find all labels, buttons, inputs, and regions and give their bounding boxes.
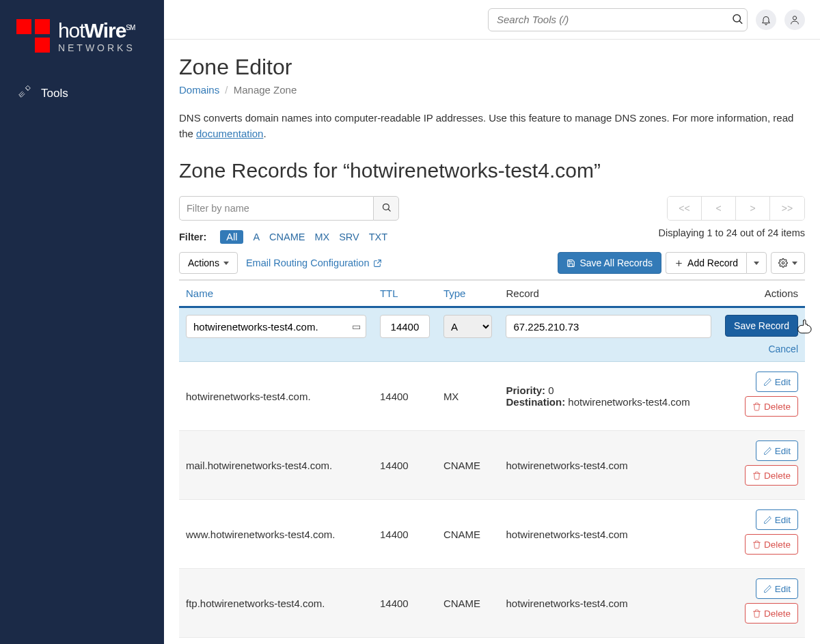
cell-type: CNAME xyxy=(437,500,500,569)
sidebar-item-label: Tools xyxy=(41,87,68,100)
cell-ttl: 14400 xyxy=(373,362,437,431)
external-link-icon xyxy=(373,259,382,268)
destination-label: Destination: xyxy=(506,396,565,408)
save-all-button[interactable]: Save All Records xyxy=(558,252,661,274)
breadcrumb-current: Manage Zone xyxy=(234,84,297,96)
save-record-button[interactable]: Save Record xyxy=(725,315,798,337)
notifications-button[interactable] xyxy=(756,10,776,30)
pager-next[interactable]: > xyxy=(736,197,770,220)
cell-record: Priority: 0 Destination: hotwirenetworks… xyxy=(499,362,718,431)
cursor-icon xyxy=(797,318,815,335)
brand-logo-mark xyxy=(16,19,50,53)
col-ttl[interactable]: TTL xyxy=(373,280,437,307)
table-row: hotwirenetworks-test4.com. 14400 TXT v=s… xyxy=(179,638,805,645)
add-record-button[interactable]: Add Record xyxy=(666,252,746,274)
filter-pill-a[interactable]: A xyxy=(253,232,260,242)
page-title: Zone Editor xyxy=(179,55,805,80)
cell-name: mail.hotwirenetworks-test4.com. xyxy=(179,431,373,500)
filter-pill-mx[interactable]: MX xyxy=(314,232,329,242)
section-title: Zone Records for “hotwirenetworks-test4.… xyxy=(179,159,805,182)
cell-record: hotwirenetworks-test4.com xyxy=(499,569,718,638)
email-routing-link[interactable]: Email Routing Configuration xyxy=(246,257,383,268)
cell-ttl: 14400 xyxy=(373,638,437,645)
delete-button[interactable]: Delete xyxy=(745,603,798,624)
col-type[interactable]: Type xyxy=(437,280,500,307)
bell-icon xyxy=(761,14,771,25)
edit-button[interactable]: Edit xyxy=(756,509,798,530)
account-button[interactable] xyxy=(784,10,805,30)
cell-record: v=spf1 +a +mx +ip4:72.52.144.81 +ip4:67.… xyxy=(499,638,718,645)
edit-button[interactable]: Edit xyxy=(756,440,798,461)
edit-record-input[interactable] xyxy=(506,315,711,338)
record-value: hotwirenetworks-test4.com xyxy=(506,460,627,471)
sidebar-item-tools[interactable]: Tools xyxy=(0,76,164,110)
records-table: Name TTL Type Record Actions ▭ xyxy=(179,279,805,644)
cancel-edit-link[interactable]: Cancel xyxy=(768,344,798,354)
search-icon xyxy=(381,202,392,212)
edit-button[interactable]: Edit xyxy=(756,578,798,599)
topbar xyxy=(164,0,820,40)
sidebar: hotWireSM NETWORKS Tools xyxy=(0,0,164,644)
cell-ttl: 14400 xyxy=(373,569,437,638)
search-button[interactable] xyxy=(731,12,743,27)
table-row: ftp.hotwirenetworks-test4.com. 14400 CNA… xyxy=(179,569,805,638)
edit-name-input[interactable] xyxy=(186,315,366,338)
trash-icon xyxy=(752,402,761,411)
gear-icon xyxy=(778,258,788,268)
breadcrumb-domains[interactable]: Domains xyxy=(179,84,219,96)
col-name[interactable]: Name xyxy=(179,280,373,307)
filter-submit-button[interactable] xyxy=(373,196,399,221)
svg-point-1 xyxy=(793,16,796,19)
col-record: Record xyxy=(499,280,718,307)
filter-input[interactable] xyxy=(179,196,373,221)
delete-button[interactable]: Delete xyxy=(745,534,798,555)
cell-type: CNAME xyxy=(437,431,500,500)
cell-ttl: 14400 xyxy=(373,431,437,500)
caret-down-icon xyxy=(792,262,797,265)
delete-button[interactable]: Delete xyxy=(745,396,798,417)
edit-row: ▭ A Save Record Cancel xyxy=(179,307,805,362)
cell-record: hotwirenetworks-test4.com xyxy=(499,431,718,500)
priority-label: Priority: xyxy=(506,384,545,396)
cell-type: TXT xyxy=(437,638,500,645)
filter-pill-all[interactable]: All xyxy=(220,230,243,244)
actions-dropdown[interactable]: Actions xyxy=(179,252,238,274)
table-row: mail.hotwirenetworks-test4.com. 14400 CN… xyxy=(179,431,805,500)
col-actions: Actions xyxy=(718,280,805,307)
cell-name: ftp.hotwirenetworks-test4.com. xyxy=(179,569,373,638)
destination-value: hotwirenetworks-test4.com xyxy=(568,396,689,408)
add-record-dropdown[interactable] xyxy=(746,252,767,274)
table-row: hotwirenetworks-test4.com. 14400 MX Prio… xyxy=(179,362,805,431)
trash-icon xyxy=(752,609,761,618)
filter-pill-cname[interactable]: CNAME xyxy=(269,232,305,242)
settings-dropdown[interactable] xyxy=(771,252,805,274)
cell-ttl: 14400 xyxy=(373,500,437,569)
trash-icon xyxy=(752,471,761,480)
svg-point-3 xyxy=(782,262,784,264)
pager-first[interactable]: << xyxy=(668,197,702,220)
edit-button[interactable]: Edit xyxy=(756,372,798,392)
search-icon xyxy=(731,12,743,25)
edit-type-select[interactable]: A xyxy=(443,315,493,338)
page-description: DNS converts domain names into computer-… xyxy=(179,111,805,141)
pagination: << < > >> xyxy=(667,196,805,221)
pager-last[interactable]: >> xyxy=(770,197,804,220)
caret-down-icon xyxy=(223,262,229,265)
delete-button[interactable]: Delete xyxy=(745,465,798,486)
filter-pill-srv[interactable]: SRV xyxy=(339,232,359,242)
save-icon xyxy=(566,259,575,268)
brand-logo: hotWireSM NETWORKS xyxy=(0,0,164,76)
contacts-icon[interactable]: ▭ xyxy=(352,321,361,332)
pencil-icon xyxy=(763,585,772,593)
filter-pill-txt[interactable]: TXT xyxy=(369,232,387,242)
tools-icon xyxy=(18,85,31,102)
caret-down-icon xyxy=(754,262,759,265)
edit-ttl-input[interactable] xyxy=(380,315,430,338)
search-input[interactable] xyxy=(488,8,748,31)
pencil-icon xyxy=(763,447,772,456)
breadcrumb: Domains / Manage Zone xyxy=(179,84,805,96)
documentation-link[interactable]: documentation xyxy=(196,128,263,139)
pager-prev[interactable]: < xyxy=(702,197,736,220)
pencil-icon xyxy=(763,378,772,387)
cell-name: hotwirenetworks-test4.com. xyxy=(179,362,373,431)
